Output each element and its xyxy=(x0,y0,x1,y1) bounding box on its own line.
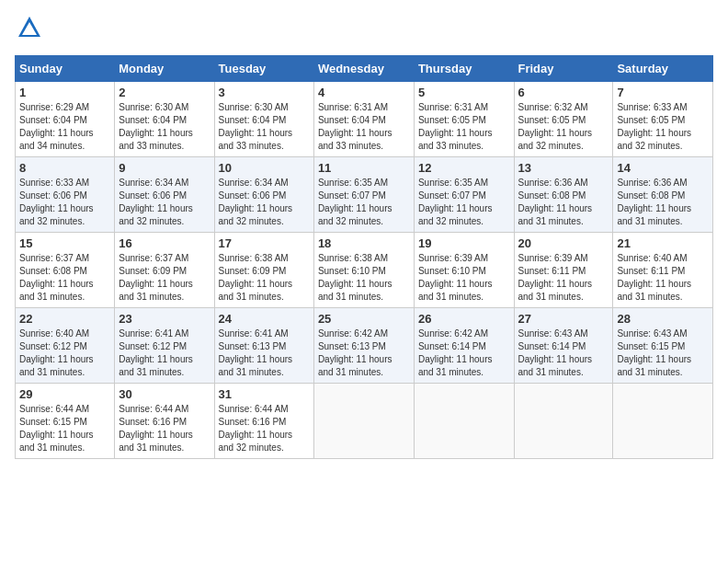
day-info: Sunrise: 6:29 AMSunset: 6:04 PMDaylight:… xyxy=(19,102,94,151)
day-number: 9 xyxy=(119,161,210,175)
col-header-wednesday: Wednesday xyxy=(313,56,414,82)
day-info: Sunrise: 6:44 AMSunset: 6:16 PMDaylight:… xyxy=(219,404,293,453)
day-info: Sunrise: 6:33 AMSunset: 6:05 PMDaylight:… xyxy=(617,102,691,151)
day-number: 10 xyxy=(219,161,310,175)
col-header-monday: Monday xyxy=(115,56,214,82)
day-cell: 10 Sunrise: 6:34 AMSunset: 6:06 PMDaylig… xyxy=(214,157,313,233)
day-info: Sunrise: 6:44 AMSunset: 6:16 PMDaylight:… xyxy=(119,404,193,453)
day-cell: 27 Sunrise: 6:43 AMSunset: 6:14 PMDaylig… xyxy=(514,308,613,384)
day-cell: 19 Sunrise: 6:39 AMSunset: 6:10 PMDaylig… xyxy=(414,233,514,308)
day-cell: 4 Sunrise: 6:31 AMSunset: 6:04 PMDayligh… xyxy=(313,82,414,157)
day-cell xyxy=(514,384,613,459)
col-header-tuesday: Tuesday xyxy=(214,56,313,82)
day-cell: 29 Sunrise: 6:44 AMSunset: 6:15 PMDaylig… xyxy=(16,384,115,459)
day-number: 19 xyxy=(418,236,510,250)
day-cell xyxy=(414,384,514,459)
day-number: 7 xyxy=(617,86,709,99)
day-number: 17 xyxy=(219,236,310,250)
day-info: Sunrise: 6:34 AMSunset: 6:06 PMDaylight:… xyxy=(119,178,193,226)
logo-text xyxy=(15,15,42,46)
day-cell: 21 Sunrise: 6:40 AMSunset: 6:11 PMDaylig… xyxy=(613,233,713,308)
day-number: 27 xyxy=(518,312,609,326)
day-info: Sunrise: 6:30 AMSunset: 6:04 PMDaylight:… xyxy=(219,102,293,151)
day-info: Sunrise: 6:43 AMSunset: 6:15 PMDaylight:… xyxy=(617,328,691,377)
day-cell: 31 Sunrise: 6:44 AMSunset: 6:16 PMDaylig… xyxy=(214,384,313,459)
day-cell: 17 Sunrise: 6:38 AMSunset: 6:09 PMDaylig… xyxy=(214,233,313,308)
day-info: Sunrise: 6:41 AMSunset: 6:13 PMDaylight:… xyxy=(219,328,293,377)
day-cell: 30 Sunrise: 6:44 AMSunset: 6:16 PMDaylig… xyxy=(115,384,214,459)
day-cell: 22 Sunrise: 6:40 AMSunset: 6:12 PMDaylig… xyxy=(16,308,115,384)
day-cell: 14 Sunrise: 6:36 AMSunset: 6:08 PMDaylig… xyxy=(613,157,713,233)
day-number: 5 xyxy=(418,86,510,99)
day-info: Sunrise: 6:35 AMSunset: 6:07 PMDaylight:… xyxy=(418,178,493,226)
day-number: 2 xyxy=(119,86,210,99)
day-number: 26 xyxy=(418,312,510,326)
day-cell: 8 Sunrise: 6:33 AMSunset: 6:06 PMDayligh… xyxy=(16,157,115,233)
week-row-3: 15 Sunrise: 6:37 AMSunset: 6:08 PMDaylig… xyxy=(16,233,713,308)
day-cell: 1 Sunrise: 6:29 AMSunset: 6:04 PMDayligh… xyxy=(16,82,115,157)
day-cell: 12 Sunrise: 6:35 AMSunset: 6:07 PMDaylig… xyxy=(414,157,514,233)
day-info: Sunrise: 6:32 AMSunset: 6:05 PMDaylight:… xyxy=(518,102,593,151)
day-number: 8 xyxy=(19,161,110,175)
day-number: 20 xyxy=(518,236,609,250)
day-info: Sunrise: 6:40 AMSunset: 6:12 PMDaylight:… xyxy=(19,328,94,377)
day-info: Sunrise: 6:43 AMSunset: 6:14 PMDaylight:… xyxy=(518,328,593,377)
day-cell: 20 Sunrise: 6:39 AMSunset: 6:11 PMDaylig… xyxy=(514,233,613,308)
day-number: 24 xyxy=(219,312,310,326)
day-cell: 23 Sunrise: 6:41 AMSunset: 6:12 PMDaylig… xyxy=(115,308,214,384)
day-cell: 24 Sunrise: 6:41 AMSunset: 6:13 PMDaylig… xyxy=(214,308,313,384)
day-cell: 25 Sunrise: 6:42 AMSunset: 6:13 PMDaylig… xyxy=(313,308,414,384)
day-info: Sunrise: 6:40 AMSunset: 6:11 PMDaylight:… xyxy=(617,253,691,302)
day-cell: 5 Sunrise: 6:31 AMSunset: 6:05 PMDayligh… xyxy=(414,82,514,157)
day-number: 12 xyxy=(418,161,510,175)
day-number: 16 xyxy=(119,236,210,250)
day-info: Sunrise: 6:38 AMSunset: 6:09 PMDaylight:… xyxy=(219,253,293,302)
day-cell: 15 Sunrise: 6:37 AMSunset: 6:08 PMDaylig… xyxy=(16,233,115,308)
day-info: Sunrise: 6:37 AMSunset: 6:09 PMDaylight:… xyxy=(119,253,193,302)
day-number: 15 xyxy=(19,236,110,250)
day-number: 1 xyxy=(19,86,110,99)
day-cell: 26 Sunrise: 6:42 AMSunset: 6:14 PMDaylig… xyxy=(414,308,514,384)
week-row-5: 29 Sunrise: 6:44 AMSunset: 6:15 PMDaylig… xyxy=(16,384,713,459)
col-header-saturday: Saturday xyxy=(613,56,713,82)
day-info: Sunrise: 6:42 AMSunset: 6:13 PMDaylight:… xyxy=(318,328,392,377)
day-number: 31 xyxy=(219,387,310,401)
day-cell: 3 Sunrise: 6:30 AMSunset: 6:04 PMDayligh… xyxy=(214,82,313,157)
day-cell xyxy=(613,384,713,459)
day-info: Sunrise: 6:30 AMSunset: 6:04 PMDaylight:… xyxy=(119,102,193,151)
week-row-2: 8 Sunrise: 6:33 AMSunset: 6:06 PMDayligh… xyxy=(16,157,713,233)
day-info: Sunrise: 6:36 AMSunset: 6:08 PMDaylight:… xyxy=(617,178,691,226)
day-number: 25 xyxy=(318,312,410,326)
day-number: 30 xyxy=(119,387,210,401)
day-info: Sunrise: 6:39 AMSunset: 6:10 PMDaylight:… xyxy=(418,253,493,302)
day-cell: 2 Sunrise: 6:30 AMSunset: 6:04 PMDayligh… xyxy=(115,82,214,157)
day-number: 23 xyxy=(119,312,210,326)
day-cell: 7 Sunrise: 6:33 AMSunset: 6:05 PMDayligh… xyxy=(613,82,713,157)
day-info: Sunrise: 6:37 AMSunset: 6:08 PMDaylight:… xyxy=(19,253,94,302)
col-header-sunday: Sunday xyxy=(16,56,115,82)
calendar-table: SundayMondayTuesdayWednesdayThursdayFrid… xyxy=(15,55,713,459)
day-number: 6 xyxy=(518,86,609,99)
day-number: 28 xyxy=(617,312,709,326)
col-header-friday: Friday xyxy=(514,56,613,82)
day-info: Sunrise: 6:38 AMSunset: 6:10 PMDaylight:… xyxy=(318,253,392,302)
day-info: Sunrise: 6:42 AMSunset: 6:14 PMDaylight:… xyxy=(418,328,493,377)
week-row-4: 22 Sunrise: 6:40 AMSunset: 6:12 PMDaylig… xyxy=(16,308,713,384)
col-header-thursday: Thursday xyxy=(414,56,514,82)
day-cell: 9 Sunrise: 6:34 AMSunset: 6:06 PMDayligh… xyxy=(115,157,214,233)
calendar-header-row: SundayMondayTuesdayWednesdayThursdayFrid… xyxy=(16,56,713,82)
day-cell: 13 Sunrise: 6:36 AMSunset: 6:08 PMDaylig… xyxy=(514,157,613,233)
logo xyxy=(15,15,42,46)
day-info: Sunrise: 6:35 AMSunset: 6:07 PMDaylight:… xyxy=(318,178,392,226)
day-number: 13 xyxy=(518,161,609,175)
day-cell: 28 Sunrise: 6:43 AMSunset: 6:15 PMDaylig… xyxy=(613,308,713,384)
day-number: 3 xyxy=(219,86,310,99)
day-info: Sunrise: 6:41 AMSunset: 6:12 PMDaylight:… xyxy=(119,328,193,377)
day-info: Sunrise: 6:39 AMSunset: 6:11 PMDaylight:… xyxy=(518,253,593,302)
day-cell xyxy=(313,384,414,459)
day-info: Sunrise: 6:31 AMSunset: 6:04 PMDaylight:… xyxy=(318,102,392,151)
day-info: Sunrise: 6:36 AMSunset: 6:08 PMDaylight:… xyxy=(518,178,593,226)
day-cell: 16 Sunrise: 6:37 AMSunset: 6:09 PMDaylig… xyxy=(115,233,214,308)
day-info: Sunrise: 6:31 AMSunset: 6:05 PMDaylight:… xyxy=(418,102,493,151)
day-number: 18 xyxy=(318,236,410,250)
